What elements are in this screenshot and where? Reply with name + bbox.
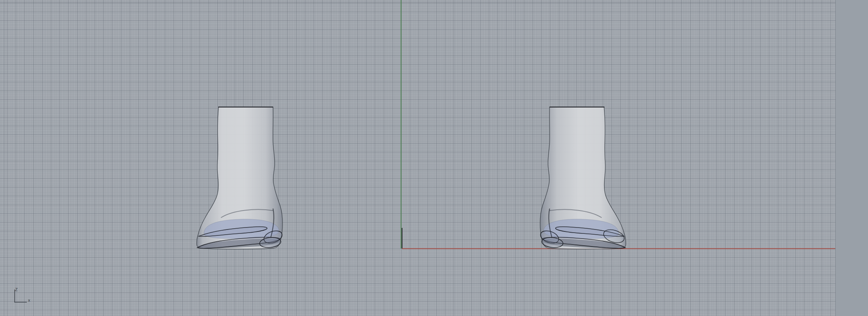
model-shoe-last-left[interactable] (197, 107, 284, 249)
cad-viewport[interactable]: Z x (0, 0, 868, 316)
axis-gizmo-x-label: x (28, 298, 30, 303)
model-shoe-last-right[interactable] (539, 107, 626, 249)
axis-gizmo-z-label: Z (15, 287, 18, 292)
axis-gizmo: Z x (15, 287, 30, 303)
scene-canvas: Z x (0, 0, 868, 316)
